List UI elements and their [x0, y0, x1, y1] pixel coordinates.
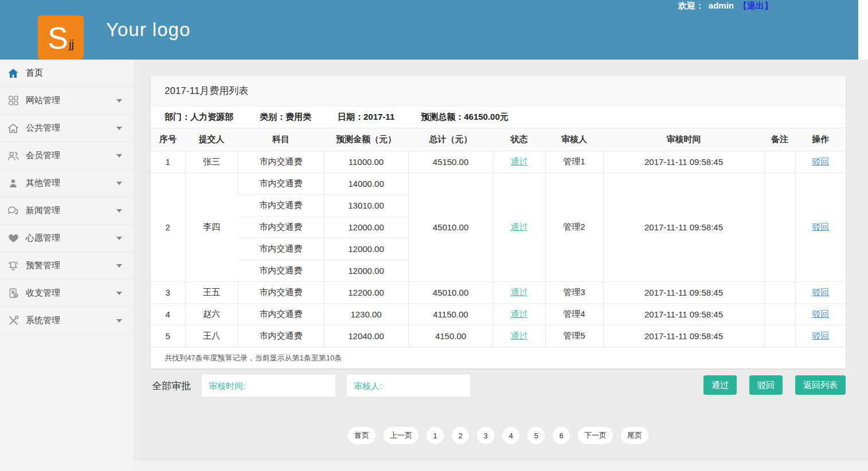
sidebar-item-warning-mgmt[interactable]: 预警管理 — [0, 252, 134, 280]
sidebar-item-public-mgmt[interactable]: 公共管理 — [0, 115, 134, 142]
audit-time-input[interactable] — [202, 375, 335, 397]
cell-forecast-amount: 1230.00 — [324, 304, 408, 325]
receipt-icon — [7, 287, 19, 300]
reject-link[interactable]: 驳回 — [812, 222, 829, 231]
sidebar-item-label: 心愿管理 — [26, 233, 60, 244]
scrollbar-track[interactable] — [858, 0, 868, 60]
sidebar-item-finance-mgmt[interactable]: 收支管理 — [0, 280, 134, 307]
chevron-down-icon — [116, 182, 122, 185]
cell-action: 驳回 — [795, 304, 846, 325]
info-date: 日期：2017-11 — [338, 112, 394, 123]
sidebar-item-news-mgmt[interactable]: 新闻管理 — [0, 197, 134, 225]
cell-subject: 市内交通费 — [238, 195, 324, 217]
page-button-page-1[interactable]: 1 — [427, 427, 444, 444]
sidebar-item-site-mgmt[interactable]: 网站管理 — [0, 87, 134, 115]
status-link[interactable]: 通过 — [511, 156, 528, 166]
reject-button[interactable]: 驳回 — [749, 375, 783, 395]
cell-auditor: 管理1 — [545, 151, 603, 173]
page-button-page-3[interactable]: 3 — [477, 427, 494, 444]
status-link[interactable]: 通过 — [511, 309, 528, 319]
auditor-input[interactable] — [347, 375, 470, 397]
column-header-note: 备注 — [764, 128, 795, 151]
column-header-audit-time: 审核时间 — [603, 128, 764, 151]
chevron-down-icon — [116, 319, 122, 323]
reject-link[interactable]: 驳回 — [812, 287, 829, 297]
cell-status: 通过 — [493, 282, 545, 304]
cell-index: 2 — [151, 173, 185, 282]
sidebar-item-member-mgmt[interactable]: 会员管理 — [0, 142, 134, 170]
table-row: 1张三市内交通费11000.0045150.00通过管理12017-11-11 … — [151, 151, 846, 173]
page-button-page-5[interactable]: 5 — [527, 427, 545, 444]
sidebar-item-label: 预警管理 — [26, 260, 60, 271]
page-button-next[interactable]: 下一页 — [578, 427, 613, 444]
column-header-submitter: 提交人 — [185, 128, 238, 151]
cell-note — [764, 304, 795, 325]
welcome-area: 欢迎：admin【退出】 — [678, 1, 773, 11]
cell-note — [764, 173, 795, 282]
cell-forecast-amount: 12000.00 — [324, 217, 408, 238]
logout-link[interactable]: 【退出】 — [738, 1, 773, 10]
cell-action: 驳回 — [795, 173, 846, 282]
grid-icon — [7, 95, 19, 107]
page-button-page-6[interactable]: 6 — [553, 427, 570, 444]
page-button-last[interactable]: 尾页 — [621, 427, 648, 444]
sidebar-item-home[interactable]: 首页 — [0, 60, 134, 87]
cell-total: 45150.00 — [408, 151, 493, 173]
cell-subject: 市内交通费 — [238, 151, 324, 173]
reject-link[interactable]: 驳回 — [812, 156, 829, 166]
cell-subject: 市内交通费 — [238, 325, 324, 347]
cell-subject: 市内交通费 — [238, 260, 324, 282]
welcome-label: 欢迎： — [678, 1, 704, 10]
cell-forecast-amount: 11000.00 — [324, 151, 408, 173]
cell-status: 通过 — [493, 173, 545, 282]
back-to-list-button[interactable]: 返回列表 — [795, 375, 846, 395]
main-content: 2017-11月费用列表 部门：人力资源部类别：费用类日期：2017-11预测总… — [134, 60, 868, 471]
user-icon — [7, 177, 19, 190]
sidebar-item-label: 会员管理 — [26, 150, 60, 161]
cell-audit-time: 2017-11-11 09:58:45 — [603, 173, 764, 282]
logo-initial: S — [48, 22, 68, 53]
page-button-prev[interactable]: 上一页 — [384, 427, 419, 444]
cell-forecast-amount: 12000.00 — [324, 260, 408, 282]
page-button-first[interactable]: 首页 — [348, 427, 376, 444]
status-link[interactable]: 通过 — [511, 331, 528, 340]
column-header-subject: 科目 — [238, 128, 324, 151]
table-row: 4赵六市内交通费1230.0041150.00通过管理42017-11-11 0… — [151, 304, 846, 325]
info-category: 类别：费用类 — [260, 112, 311, 123]
sidebar-item-other-mgmt[interactable]: 其他管理 — [0, 170, 134, 197]
users-icon — [7, 150, 19, 162]
info-label: 预测总额： — [421, 112, 464, 121]
chevron-down-icon — [116, 154, 122, 158]
page-button-page-2[interactable]: 2 — [452, 427, 469, 444]
logo-sub: jj — [69, 38, 74, 51]
cell-note — [764, 282, 795, 304]
sidebar-item-wish-mgmt[interactable]: 心愿管理 — [0, 225, 134, 252]
cell-index: 1 — [151, 151, 185, 173]
column-header-forecast-amount: 预测金额（元） — [324, 128, 408, 151]
record-summary: 共找到47条年度预算记录，当前显示从第1条至第10条 — [151, 347, 846, 368]
sidebar-item-system-mgmt[interactable]: 系统管理 — [0, 307, 134, 335]
table-row: 2李四市内交通费14000.0045010.00通过管理22017-11-11 … — [151, 173, 846, 195]
column-header-index: 序号 — [151, 128, 185, 151]
page-button-page-4[interactable]: 4 — [502, 427, 519, 444]
status-link[interactable]: 通过 — [511, 287, 528, 297]
cell-auditor: 管理5 — [545, 325, 603, 347]
column-header-total: 总计（元） — [408, 128, 493, 151]
chevron-down-icon — [116, 127, 122, 130]
cell-status: 通过 — [493, 325, 545, 347]
cell-note — [764, 151, 795, 173]
sidebar-item-label: 新闻管理 — [26, 205, 60, 216]
cell-subject: 市内交通费 — [238, 304, 324, 325]
cell-auditor: 管理3 — [545, 282, 603, 304]
expense-table: 序号提交人科目预测金额（元）总计（元）状态审核人审核时间备注操作 1张三市内交通… — [151, 128, 846, 347]
approve-button[interactable]: 通过 — [703, 375, 737, 395]
home-outline-icon — [7, 122, 19, 135]
reject-link[interactable]: 驳回 — [812, 309, 829, 319]
top-header: S jj Your logo 欢迎：admin【退出】 — [0, 0, 858, 60]
cell-auditor: 管理4 — [545, 304, 603, 325]
reject-link[interactable]: 驳回 — [812, 331, 829, 340]
column-header-action: 操作 — [795, 128, 846, 151]
cell-submitter: 王八 — [185, 325, 238, 347]
footer-divider — [134, 459, 868, 471]
status-link[interactable]: 通过 — [511, 222, 528, 231]
